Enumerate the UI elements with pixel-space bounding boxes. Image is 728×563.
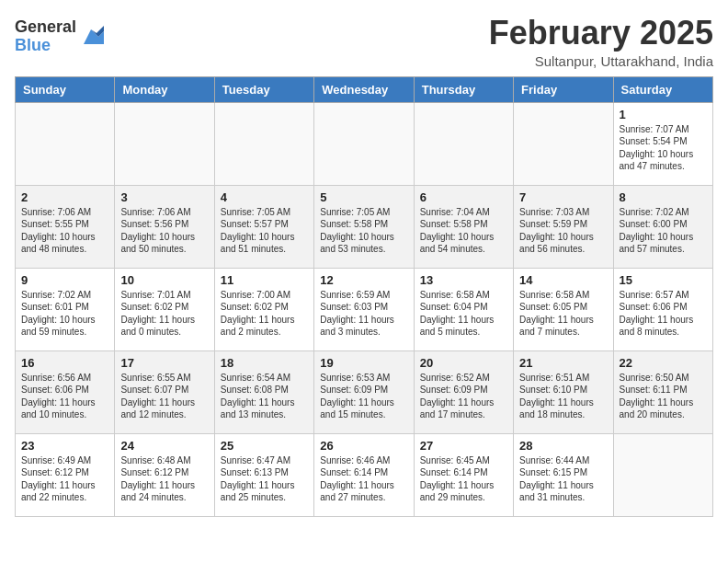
calendar-day-cell: 9Sunrise: 7:02 AM Sunset: 6:01 PM Daylig… [16,268,115,350]
calendar-week-row: 1Sunrise: 7:07 AM Sunset: 5:54 PM Daylig… [16,102,713,185]
calendar-day-cell: 4Sunrise: 7:05 AM Sunset: 5:57 PM Daylig… [214,185,313,268]
logo-icon [78,24,104,50]
calendar-day-cell: 1Sunrise: 7:07 AM Sunset: 5:54 PM Daylig… [613,102,712,185]
logo-blue-text: Blue [15,37,76,55]
calendar-day-cell [514,102,613,185]
calendar-day-cell: 11Sunrise: 7:00 AM Sunset: 6:02 PM Dayli… [214,268,313,350]
day-info: Sunrise: 6:46 AM Sunset: 6:14 PM Dayligh… [320,454,407,504]
day-info: Sunrise: 6:44 AM Sunset: 6:15 PM Dayligh… [519,454,607,504]
calendar-day-cell [115,102,214,185]
day-number: 18 [221,356,308,370]
weekday-header-row: SundayMondayTuesdayWednesdayThursdayFrid… [16,76,713,102]
calendar-week-row: 2Sunrise: 7:06 AM Sunset: 5:55 PM Daylig… [16,185,713,268]
day-info: Sunrise: 7:04 AM Sunset: 5:58 PM Dayligh… [420,206,507,256]
title-block: February 2025 Sultanpur, Uttarakhand, In… [489,15,713,69]
weekday-header-sunday: Sunday [16,76,115,102]
weekday-header-thursday: Thursday [414,76,513,102]
day-number: 3 [120,190,208,204]
day-number: 22 [620,356,707,370]
calendar-day-cell: 13Sunrise: 6:58 AM Sunset: 6:04 PM Dayli… [414,268,513,350]
day-number: 1 [620,108,707,121]
calendar-day-cell: 2Sunrise: 7:06 AM Sunset: 5:55 PM Daylig… [16,185,115,268]
logo: General Blue [15,18,104,55]
day-number: 4 [221,190,308,204]
day-info: Sunrise: 6:51 AM Sunset: 6:10 PM Dayligh… [519,372,607,421]
day-info: Sunrise: 6:47 AM Sunset: 6:13 PM Dayligh… [221,454,308,504]
calendar-day-cell: 19Sunrise: 6:53 AM Sunset: 6:09 PM Dayli… [314,350,414,433]
day-number: 23 [21,439,108,453]
day-number: 24 [120,439,208,453]
day-info: Sunrise: 6:54 AM Sunset: 6:08 PM Dayligh… [221,372,308,421]
calendar-day-cell [214,102,313,185]
calendar-day-cell: 26Sunrise: 6:46 AM Sunset: 6:14 PM Dayli… [314,433,414,516]
day-number: 7 [519,190,607,204]
day-number: 16 [21,356,108,370]
day-number: 9 [21,273,108,287]
calendar-day-cell: 20Sunrise: 6:52 AM Sunset: 6:09 PM Dayli… [414,350,513,433]
day-info: Sunrise: 6:56 AM Sunset: 6:06 PM Dayligh… [21,372,108,421]
calendar-day-cell: 16Sunrise: 6:56 AM Sunset: 6:06 PM Dayli… [16,350,115,433]
calendar-week-row: 9Sunrise: 7:02 AM Sunset: 6:01 PM Daylig… [16,268,713,350]
day-number: 26 [320,439,407,453]
calendar-day-cell: 21Sunrise: 6:51 AM Sunset: 6:10 PM Dayli… [514,350,613,433]
calendar-day-cell: 28Sunrise: 6:44 AM Sunset: 6:15 PM Dayli… [514,433,613,516]
day-info: Sunrise: 7:06 AM Sunset: 5:56 PM Dayligh… [120,206,208,256]
day-info: Sunrise: 7:07 AM Sunset: 5:54 PM Dayligh… [620,123,707,173]
day-number: 21 [519,356,607,370]
page-header: General Blue February 2025 Sultanpur, Ut… [15,15,713,69]
day-number: 25 [221,439,308,453]
calendar-day-cell: 5Sunrise: 7:05 AM Sunset: 5:58 PM Daylig… [314,185,414,268]
calendar-day-cell [314,102,414,185]
day-number: 5 [320,190,407,204]
day-number: 14 [519,273,607,287]
calendar-week-row: 16Sunrise: 6:56 AM Sunset: 6:06 PM Dayli… [16,350,713,433]
day-info: Sunrise: 7:00 AM Sunset: 6:02 PM Dayligh… [221,289,308,339]
weekday-header-monday: Monday [115,76,214,102]
calendar-week-row: 23Sunrise: 6:49 AM Sunset: 6:12 PM Dayli… [16,433,713,516]
calendar-day-cell: 17Sunrise: 6:55 AM Sunset: 6:07 PM Dayli… [115,350,214,433]
day-info: Sunrise: 6:58 AM Sunset: 6:04 PM Dayligh… [420,289,507,339]
weekday-header-wednesday: Wednesday [314,76,414,102]
calendar-day-cell: 15Sunrise: 6:57 AM Sunset: 6:06 PM Dayli… [613,268,712,350]
day-number: 11 [221,273,308,287]
day-info: Sunrise: 6:48 AM Sunset: 6:12 PM Dayligh… [120,454,208,504]
day-info: Sunrise: 7:02 AM Sunset: 6:00 PM Dayligh… [620,206,707,256]
day-info: Sunrise: 7:02 AM Sunset: 6:01 PM Dayligh… [21,289,108,339]
calendar-day-cell: 8Sunrise: 7:02 AM Sunset: 6:00 PM Daylig… [613,185,712,268]
calendar-day-cell: 23Sunrise: 6:49 AM Sunset: 6:12 PM Dayli… [16,433,115,516]
day-info: Sunrise: 6:58 AM Sunset: 6:05 PM Dayligh… [519,289,607,339]
calendar-day-cell: 7Sunrise: 7:03 AM Sunset: 5:59 PM Daylig… [514,185,613,268]
calendar-day-cell: 3Sunrise: 7:06 AM Sunset: 5:56 PM Daylig… [115,185,214,268]
day-info: Sunrise: 6:53 AM Sunset: 6:09 PM Dayligh… [320,372,407,421]
calendar-day-cell [414,102,513,185]
day-number: 20 [420,356,507,370]
day-info: Sunrise: 6:49 AM Sunset: 6:12 PM Dayligh… [21,454,108,504]
day-info: Sunrise: 7:05 AM Sunset: 5:58 PM Dayligh… [320,206,407,256]
calendar-day-cell: 18Sunrise: 6:54 AM Sunset: 6:08 PM Dayli… [214,350,313,433]
day-number: 19 [320,356,407,370]
day-info: Sunrise: 7:01 AM Sunset: 6:02 PM Dayligh… [120,289,208,339]
weekday-header-saturday: Saturday [613,76,712,102]
day-info: Sunrise: 6:55 AM Sunset: 6:07 PM Dayligh… [120,372,208,421]
calendar-day-cell: 25Sunrise: 6:47 AM Sunset: 6:13 PM Dayli… [214,433,313,516]
calendar-day-cell: 27Sunrise: 6:45 AM Sunset: 6:14 PM Dayli… [414,433,513,516]
calendar-day-cell: 14Sunrise: 6:58 AM Sunset: 6:05 PM Dayli… [514,268,613,350]
day-number: 8 [620,190,707,204]
weekday-header-friday: Friday [514,76,613,102]
day-info: Sunrise: 6:50 AM Sunset: 6:11 PM Dayligh… [620,372,707,421]
day-info: Sunrise: 6:59 AM Sunset: 6:03 PM Dayligh… [320,289,407,339]
day-number: 12 [320,273,407,287]
calendar-day-cell: 22Sunrise: 6:50 AM Sunset: 6:11 PM Dayli… [613,350,712,433]
calendar-day-cell: 10Sunrise: 7:01 AM Sunset: 6:02 PM Dayli… [115,268,214,350]
calendar-day-cell: 6Sunrise: 7:04 AM Sunset: 5:58 PM Daylig… [414,185,513,268]
calendar-day-cell: 24Sunrise: 6:48 AM Sunset: 6:12 PM Dayli… [115,433,214,516]
day-number: 10 [120,273,208,287]
day-info: Sunrise: 6:52 AM Sunset: 6:09 PM Dayligh… [420,372,507,421]
day-info: Sunrise: 7:06 AM Sunset: 5:55 PM Dayligh… [21,206,108,256]
logo-general-text: General [15,18,76,37]
day-number: 27 [420,439,507,453]
day-number: 6 [420,190,507,204]
day-info: Sunrise: 6:45 AM Sunset: 6:14 PM Dayligh… [420,454,507,504]
weekday-header-tuesday: Tuesday [214,76,313,102]
day-number: 17 [120,356,208,370]
